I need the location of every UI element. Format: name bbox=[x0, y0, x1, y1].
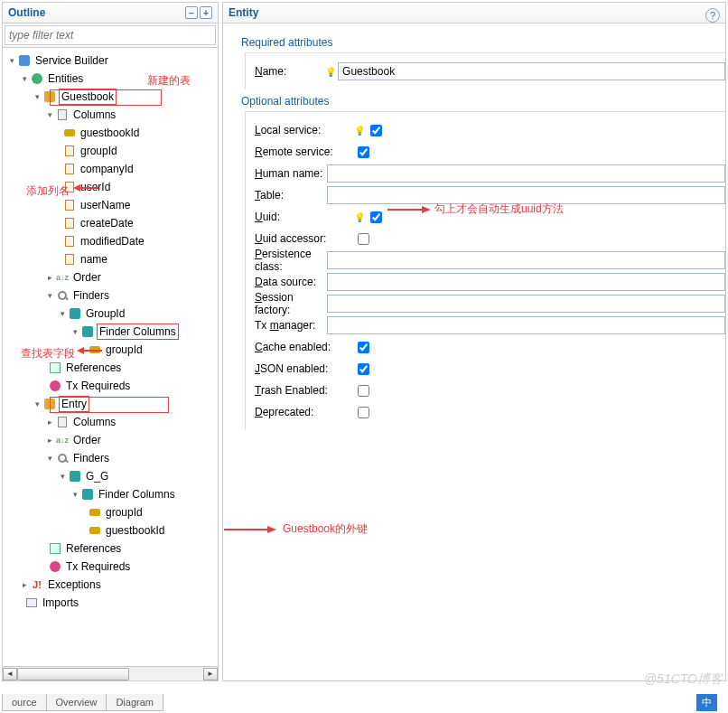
label-tx: Tx manager: bbox=[255, 319, 327, 332]
tree-entities[interactable]: Entities bbox=[46, 71, 85, 86]
tree-entry[interactable]: Entry bbox=[59, 396, 89, 412]
bulb-icon: 💡 bbox=[354, 212, 365, 222]
field-icon bbox=[62, 234, 77, 249]
twisty-icon[interactable]: ▾ bbox=[32, 92, 42, 101]
tree-columns[interactable]: Columns bbox=[71, 415, 117, 429]
trash-checkbox[interactable] bbox=[358, 385, 369, 397]
filter-box bbox=[3, 23, 218, 48]
deprecated-checkbox[interactable] bbox=[358, 407, 369, 418]
key-icon bbox=[62, 126, 77, 140]
json-checkbox[interactable] bbox=[358, 363, 369, 375]
uuid-acc-checkbox[interactable] bbox=[358, 233, 369, 245]
tree-col[interactable]: guestbookId bbox=[79, 126, 141, 140]
twisty-icon[interactable]: ▸ bbox=[19, 580, 30, 589]
tree-findercols[interactable]: Finder Columns bbox=[97, 487, 177, 502]
tree-col[interactable]: groupId bbox=[79, 144, 119, 158]
tree-finders[interactable]: Finders bbox=[71, 451, 111, 465]
tree-col[interactable]: userName bbox=[79, 198, 132, 212]
twisty-icon[interactable]: ▾ bbox=[44, 110, 55, 119]
tree-findercols[interactable]: Finder Columns bbox=[97, 324, 179, 340]
references-icon bbox=[48, 541, 62, 556]
twisty-icon[interactable]: ▾ bbox=[57, 472, 68, 481]
datasrc-input[interactable] bbox=[327, 273, 725, 291]
bulb-icon: 💡 bbox=[354, 126, 365, 136]
field-icon bbox=[62, 216, 77, 230]
scroll-left-icon[interactable]: ◄ bbox=[3, 668, 17, 680]
tree-imports[interactable]: Imports bbox=[41, 596, 80, 610]
h-scrollbar[interactable]: ◄ ► bbox=[3, 666, 218, 680]
expand-all-icon[interactable]: + bbox=[200, 6, 212, 19]
columns-icon bbox=[55, 415, 70, 429]
tree-fcol[interactable]: groupId bbox=[104, 342, 145, 357]
help-icon[interactable]: ? bbox=[705, 8, 720, 23]
label-persist: Persistence class: bbox=[255, 248, 327, 273]
scroll-thumb[interactable] bbox=[17, 668, 129, 680]
human-input[interactable] bbox=[327, 164, 725, 183]
name-input[interactable] bbox=[338, 62, 725, 80]
tree-gg[interactable]: G_G bbox=[84, 469, 110, 483]
twisty-icon[interactable]: ▾ bbox=[6, 56, 17, 65]
twisty-icon[interactable]: ▾ bbox=[19, 74, 30, 83]
tree-col[interactable]: companyId bbox=[79, 162, 135, 176]
label-remote: Remote service: bbox=[255, 145, 354, 158]
section-opt: Optional attributes bbox=[241, 95, 725, 108]
references-icon bbox=[48, 361, 62, 375]
tree-guestbook[interactable]: Guestbook bbox=[59, 89, 117, 105]
twisty-icon[interactable]: ▾ bbox=[70, 490, 80, 499]
twisty-icon[interactable]: ▾ bbox=[32, 399, 42, 408]
collapse-all-icon[interactable]: − bbox=[185, 6, 198, 19]
twisty-icon[interactable]: ▸ bbox=[44, 273, 55, 282]
label-data: Data source: bbox=[255, 276, 327, 288]
order-icon: a↓z bbox=[55, 433, 70, 447]
table-input[interactable] bbox=[327, 186, 725, 204]
twisty-icon[interactable]: ▸ bbox=[44, 417, 55, 427]
remote-checkbox[interactable] bbox=[358, 146, 369, 158]
entities-icon bbox=[30, 71, 44, 86]
scroll-right-icon[interactable]: ► bbox=[203, 668, 218, 680]
field-icon bbox=[62, 162, 77, 176]
tree-col[interactable]: userId bbox=[79, 180, 112, 194]
tree-refs[interactable]: References bbox=[64, 541, 123, 556]
tab-overview[interactable]: Overview bbox=[46, 694, 107, 711]
tree-order[interactable]: Order bbox=[71, 433, 103, 447]
tree-col[interactable]: createDate bbox=[79, 216, 135, 230]
twisty-icon[interactable]: ▾ bbox=[44, 291, 55, 300]
outline-pane: Outline − + ▾Service Builder ▾Entities ▾… bbox=[2, 2, 219, 681]
twisty-icon[interactable]: ▾ bbox=[57, 309, 68, 318]
persist-input[interactable] bbox=[327, 251, 725, 269]
tree-tx[interactable]: Tx Requireds bbox=[64, 379, 132, 393]
arrow-icon bbox=[222, 523, 276, 536]
twisty-icon[interactable]: ▸ bbox=[44, 436, 55, 445]
outline-tree[interactable]: ▾Service Builder ▾Entities ▾Guestbook ▾C… bbox=[3, 48, 218, 666]
tree-finders[interactable]: Finders bbox=[71, 288, 111, 303]
field-icon bbox=[62, 144, 77, 158]
tree-groupid[interactable]: GroupId bbox=[84, 306, 126, 321]
twisty-icon[interactable]: ▾ bbox=[70, 327, 80, 336]
tree-col[interactable]: name bbox=[79, 252, 109, 267]
outline-header: Outline − + bbox=[3, 3, 218, 23]
tab-source[interactable]: ource bbox=[2, 694, 47, 711]
session-input[interactable] bbox=[327, 295, 725, 313]
tree-fcol[interactable]: groupId bbox=[104, 505, 145, 520]
tree-root[interactable]: Service Builder bbox=[33, 53, 110, 68]
finders-icon bbox=[55, 288, 70, 303]
finder-cols-icon bbox=[80, 324, 95, 339]
tree-fcol[interactable]: guestbookId bbox=[104, 523, 166, 538]
tab-diagram[interactable]: Diagram bbox=[106, 694, 163, 711]
cache-checkbox[interactable] bbox=[358, 342, 369, 353]
tree-refs[interactable]: References bbox=[64, 361, 123, 375]
tree-col[interactable]: modifiedDate bbox=[79, 234, 146, 249]
filter-input[interactable] bbox=[5, 25, 216, 45]
local-checkbox[interactable] bbox=[370, 125, 382, 136]
uuid-checkbox[interactable] bbox=[370, 211, 382, 223]
entity-icon bbox=[42, 397, 57, 411]
label-table: Table: bbox=[255, 189, 327, 202]
txm-input[interactable] bbox=[327, 316, 725, 334]
tree-columns[interactable]: Columns bbox=[71, 108, 117, 122]
finder-icon bbox=[68, 469, 82, 483]
tree-tx[interactable]: Tx Requireds bbox=[64, 559, 132, 574]
twisty-icon[interactable]: ▾ bbox=[44, 454, 55, 463]
key-icon bbox=[88, 342, 102, 357]
tree-order[interactable]: Order bbox=[71, 270, 103, 285]
tree-exceptions[interactable]: Exceptions bbox=[46, 577, 103, 592]
